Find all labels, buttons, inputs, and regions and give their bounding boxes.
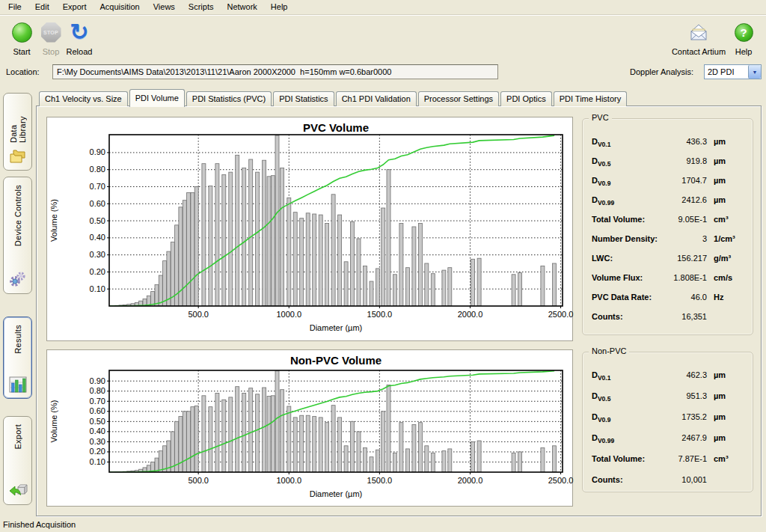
svg-text:0.50: 0.50 — [90, 417, 105, 426]
sidebar-item-label: Results — [13, 325, 22, 354]
stop-icon: STOP — [41, 22, 61, 43]
stat-label: PVC Data Rate: — [592, 293, 658, 302]
non-pvc-stats-groupbox: Non-PVC DV0.1462.3µmDV0.5951.3µmDV0.9173… — [582, 352, 753, 492]
stat-unit: Hz — [714, 293, 747, 302]
tab-pdi-volume[interactable]: PDI Volume — [129, 89, 185, 107]
stat-row: DV0.1436.3µm — [592, 137, 747, 150]
stat-value: 1735.2 — [658, 412, 707, 421]
status-bar: Finished Acquisition — [0, 518, 766, 532]
svg-text:0.20: 0.20 — [90, 267, 105, 276]
svg-text:0.90: 0.90 — [90, 147, 105, 156]
stat-label: Total Volume: — [592, 215, 658, 224]
svg-text:2000.0: 2000.0 — [458, 476, 483, 485]
y-axis-label: Volume (%) — [49, 400, 58, 443]
stat-unit: g/m³ — [714, 254, 747, 263]
sidebar-item-results[interactable]: Results — [3, 317, 32, 399]
help-button[interactable]: ? Help — [727, 19, 760, 60]
stat-row: DV0.1462.3µm — [592, 370, 747, 383]
location-input[interactable]: F:\My Documents\AIMS Data\2013\2013\11\2… — [52, 64, 498, 79]
chevron-down-icon[interactable]: ▼ — [748, 65, 761, 79]
menu-item-file[interactable]: File — [1, 0, 28, 13]
stat-unit: µm — [714, 195, 747, 204]
tab-ch1-velocity-vs-size[interactable]: Ch1 Velocity vs. Size — [39, 91, 128, 106]
stat-value: 156.217 — [658, 254, 707, 263]
menu-item-scripts[interactable]: Scripts — [182, 0, 221, 13]
stat-row: DV0.5919.8µm — [592, 156, 747, 169]
tab-pdi-statistics[interactable]: PDI Statistics — [273, 91, 334, 106]
sidebar-item-label: Data Library — [9, 101, 27, 143]
svg-text:0.90: 0.90 — [90, 376, 105, 385]
tab-processor-settings[interactable]: Processor Settings — [418, 91, 499, 106]
pvc-volume-chart-panel: 0.100.200.300.400.500.600.700.800.90500.… — [46, 117, 573, 341]
stat-unit: µm — [714, 156, 747, 165]
sidebar-item-device-controls[interactable]: Device Controls — [3, 177, 32, 294]
stat-row: DV0.91735.2µm — [592, 412, 747, 425]
tab-ch1-pdi-validation[interactable]: Ch1 PDI Validation — [336, 91, 417, 106]
stat-label: DV0.99 — [592, 433, 658, 444]
svg-text:2500.0: 2500.0 — [548, 310, 574, 319]
svg-text:0.30: 0.30 — [90, 437, 105, 446]
reload-button[interactable]: ↻ Reload — [62, 19, 96, 60]
stat-label: DV0.9 — [592, 412, 658, 424]
pvc-stats-groupbox: PVC DV0.1436.3µmDV0.5919.8µmDV0.91704.7µ… — [582, 118, 753, 335]
stat-row: DV0.5951.3µm — [592, 391, 747, 404]
stat-label: Total Volume: — [592, 454, 658, 463]
chart-title: Non-PVC Volume — [290, 354, 382, 367]
doppler-analysis-value: 2D PDI — [705, 65, 748, 79]
stat-value: 951.3 — [658, 391, 707, 400]
stat-row: DV0.992412.6µm — [592, 195, 747, 208]
pvc-groupbox-title: PVC — [589, 113, 612, 122]
stat-label: DV0.9 — [592, 176, 658, 187]
stat-unit: µm — [714, 370, 747, 379]
stat-row: Total Volume:7.87E-1cm³ — [592, 454, 747, 467]
tab-pdi-optics[interactable]: PDI Optics — [500, 91, 552, 106]
svg-text:0.40: 0.40 — [90, 426, 105, 435]
stat-value: 2467.9 — [658, 433, 707, 442]
stat-value: 1704.7 — [658, 176, 707, 185]
menu-item-network[interactable]: Network — [220, 0, 263, 13]
chart-title: PVC Volume — [303, 121, 369, 134]
menu-item-export[interactable]: Export — [56, 0, 94, 13]
svg-text:0.30: 0.30 — [90, 250, 105, 259]
stat-row: Counts:10,001 — [592, 475, 747, 488]
stat-label: DV0.1 — [592, 370, 658, 382]
non-pvc-stats-rows: DV0.1462.3µmDV0.5951.3µmDV0.91735.2µmDV0… — [583, 352, 753, 488]
stat-unit: µm — [714, 176, 747, 185]
stat-unit: µm — [714, 433, 747, 442]
stat-row: DV0.91704.7µm — [592, 176, 747, 189]
stat-row: PVC Data Rate:46.0Hz — [592, 293, 747, 305]
sidebar-item-export[interactable]: Export — [3, 416, 32, 505]
svg-text:0.60: 0.60 — [90, 406, 105, 415]
menu-item-edit[interactable]: Edit — [28, 0, 56, 13]
x-axis-label: Diameter (µm) — [310, 323, 363, 332]
sidebar-item-data-library[interactable]: Data Library — [3, 93, 32, 171]
doppler-analysis-select[interactable]: 2D PDI ▼ — [704, 64, 762, 79]
svg-text:0.10: 0.10 — [90, 457, 105, 466]
stat-label: Counts: — [592, 312, 658, 321]
stat-unit: µm — [714, 412, 747, 421]
non-pvc-volume-chart: 0.100.200.300.400.500.600.700.800.90500.… — [47, 350, 574, 507]
svg-text:0.80: 0.80 — [90, 386, 105, 395]
contact-artium-button[interactable]: Contact Artium — [666, 19, 732, 60]
tab-pdi-statistics-pvc[interactable]: PDI Statistics (PVC) — [186, 91, 272, 106]
svg-text:0.60: 0.60 — [90, 199, 105, 208]
svg-text:1000.0: 1000.0 — [276, 476, 301, 485]
help-label: Help — [727, 47, 760, 56]
export-icon — [8, 480, 28, 499]
mail-icon — [687, 23, 711, 42]
contact-artium-label: Contact Artium — [666, 47, 732, 56]
stat-value: 3 — [658, 234, 707, 243]
stat-value: 919.8 — [658, 156, 707, 165]
tab-strip: Ch1 Velocity vs. SizePDI VolumePDI Stati… — [39, 89, 628, 106]
menu-item-views[interactable]: Views — [147, 0, 182, 13]
tab-pdi-time-history[interactable]: PDI Time History — [554, 91, 628, 106]
stat-label: DV0.5 — [592, 156, 658, 168]
stat-row: Volume Flux:1.808E-1cm/s — [592, 273, 747, 286]
stat-value: 46.0 — [658, 293, 707, 302]
status-text: Finished Acquisition — [3, 520, 76, 529]
menu-item-acquisition[interactable]: Acquisition — [94, 0, 147, 13]
stat-row: Number Density:31/cm³ — [592, 234, 747, 247]
stat-unit: cm/s — [714, 273, 747, 282]
menu-item-help[interactable]: Help — [264, 0, 295, 13]
folders-icon — [9, 147, 27, 165]
